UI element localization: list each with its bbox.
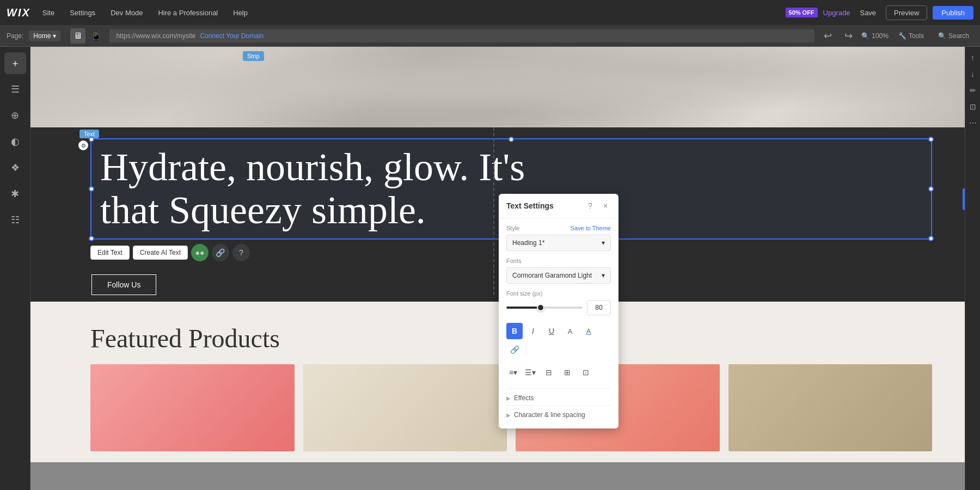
left-sidebar: ＋ ☰ ⊕ ◐ ❖ ✱ ☷ (0, 47, 30, 490)
search-label: Search (948, 32, 969, 40)
style-label: Style (506, 225, 519, 231)
fonts-value: Cormorant Garamond Light (512, 272, 592, 279)
product-card-2[interactable] (303, 364, 507, 451)
right-sidebar: ↑ ↓ ✏ ⊡ ⋯ (965, 47, 980, 490)
text-settings-panel: Text Settings ? × Style Save to Theme He… (499, 194, 618, 428)
sidebar-menu-icon[interactable]: ☰ (4, 78, 26, 100)
preview-button[interactable]: Preview (886, 5, 927, 20)
effects-chevron: ▶ (506, 395, 511, 401)
zoom-icon: 🔍 (861, 32, 869, 40)
redo-button[interactable]: ↪ (841, 28, 856, 44)
link-format-button[interactable]: 🔗 (506, 341, 523, 358)
underline-button[interactable]: U (543, 323, 560, 339)
panel-close-button[interactable]: × (600, 200, 611, 211)
panel-accent-bar (963, 188, 965, 210)
style-label-row: Style Save to Theme (506, 225, 611, 231)
right-sidebar-edit-icon[interactable]: ✏ (966, 84, 979, 97)
product-card-4[interactable] (728, 364, 933, 451)
rtl-button[interactable]: ⊡ (578, 364, 594, 381)
bold-button[interactable]: B (506, 323, 523, 339)
zoom-display: 🔍 100% (861, 32, 889, 40)
font-size-slider[interactable] (506, 307, 583, 309)
sidebar-pages-icon[interactable]: ⊕ (4, 105, 26, 126)
handle-tr[interactable] (928, 137, 934, 142)
handle-tm[interactable] (509, 137, 514, 142)
right-sidebar-up-icon[interactable]: ↑ (966, 51, 979, 64)
font-size-input[interactable] (587, 300, 611, 315)
slider-thumb[interactable] (537, 304, 544, 311)
right-sidebar-down-icon[interactable]: ↓ (966, 68, 979, 81)
undo-button[interactable]: ↩ (820, 28, 835, 44)
strip-label: Strip (243, 51, 264, 61)
font-size-label: Font size (px) (506, 290, 611, 297)
nav-settings[interactable]: Settings (66, 7, 99, 19)
effects-row[interactable]: ▶ Effects (506, 394, 611, 402)
text-highlight-button[interactable]: A (580, 323, 597, 339)
panel-header-icons: ? × (585, 200, 611, 211)
tools-button[interactable]: 🔧 Tools (894, 30, 928, 42)
address-bar: Page: Home ▾ 🖥 📱 https://www.wix.com/mys… (0, 25, 980, 47)
panel-body: Style Save to Theme Heading 1* ▾ Fonts C… (499, 218, 618, 428)
url-bar: https://www.wix.com/mysite Connect Your … (109, 29, 814, 42)
nav-hire[interactable]: Hire a Professional (155, 7, 221, 19)
fonts-select[interactable]: Cormorant Garamond Light ▾ (506, 267, 611, 284)
char-spacing-row[interactable]: ▶ Character & line spacing (506, 411, 611, 419)
help-text-icon[interactable]: ? (232, 244, 250, 261)
create-ai-text-button[interactable]: Create AI Text (133, 246, 188, 260)
sidebar-media-icon[interactable]: ✱ (4, 183, 26, 205)
follow-us-button[interactable]: Follow Us (91, 274, 156, 295)
main-area: ＋ ☰ ⊕ ◐ ❖ ✱ ☷ Strip Text ⚙ (0, 47, 980, 490)
product-card-1[interactable] (90, 364, 295, 451)
link-icon[interactable]: 🔗 (212, 244, 229, 261)
nav-help[interactable]: Help (230, 7, 251, 19)
dark-section[interactable]: Text ⚙ Hydrate, nourish, glow. It's (30, 127, 965, 302)
handle-ml[interactable] (89, 186, 94, 192)
handle-tl[interactable] (89, 137, 94, 142)
handle-mr[interactable] (928, 186, 934, 192)
handle-br[interactable] (928, 236, 934, 241)
hero-section[interactable]: Strip (30, 47, 965, 127)
page-select[interactable]: Home ▾ (29, 30, 60, 41)
handle-bl[interactable] (89, 236, 94, 241)
indent-left-button[interactable]: ⊟ (541, 364, 557, 381)
edit-text-button[interactable]: Edit Text (90, 246, 130, 260)
nav-devmode[interactable]: Dev Mode (107, 7, 146, 19)
right-sidebar-grid-icon[interactable]: ⊡ (966, 100, 979, 113)
style-dropdown-icon: ▾ (602, 239, 605, 247)
indent-right-button[interactable]: ⊞ (559, 364, 575, 381)
url-text: https://www.wix.com/mysite (116, 32, 195, 40)
nav-site[interactable]: Site (39, 7, 58, 19)
zoom-value: 100% (872, 32, 889, 40)
right-sidebar-more-icon[interactable]: ⋯ (966, 117, 979, 130)
effects-label: Effects (514, 394, 534, 402)
publish-button[interactable]: Publish (933, 6, 973, 20)
text-area-wrapper[interactable]: Hydrate, nourish, glow. It's that Squeez… (30, 127, 965, 272)
char-spacing-chevron: ▶ (506, 412, 511, 418)
sidebar-app-icon[interactable]: ❖ (4, 157, 26, 179)
connect-domain-link[interactable]: Connect Your Domain (200, 32, 264, 40)
mobile-device-icon[interactable]: 📱 (89, 28, 104, 44)
text-color-button[interactable]: A (562, 323, 578, 339)
sidebar-sections-icon[interactable]: ☷ (4, 209, 26, 231)
upgrade-button[interactable]: Upgrade (823, 9, 850, 17)
style-select[interactable]: Heading 1* ▾ (506, 235, 611, 251)
featured-section: Featured Products (30, 302, 965, 462)
tools-label: Tools (909, 32, 924, 40)
save-to-theme-button[interactable]: Save to Theme (571, 225, 611, 231)
desktop-device-icon[interactable]: 🖥 (70, 28, 85, 44)
align-left-button[interactable]: ≡▾ (506, 364, 520, 381)
heading-line2: that Squeezy simple. (100, 188, 426, 232)
slider-fill (506, 307, 541, 309)
color-picker-icon[interactable]: ●● (191, 244, 209, 261)
canvas: Strip Text ⚙ (30, 47, 965, 490)
italic-button[interactable]: I (525, 323, 541, 339)
fonts-label: Fonts (506, 258, 611, 264)
panel-help-button[interactable]: ? (585, 200, 596, 211)
list-button[interactable]: ☰▾ (522, 364, 538, 381)
sidebar-add-icon[interactable]: ＋ (4, 52, 26, 74)
font-size-row (506, 300, 611, 315)
sidebar-design-icon[interactable]: ◐ (4, 131, 26, 152)
search-button[interactable]: 🔍 Search (934, 30, 973, 42)
page-label: Page: (7, 32, 23, 40)
save-button[interactable]: Save (855, 7, 880, 19)
